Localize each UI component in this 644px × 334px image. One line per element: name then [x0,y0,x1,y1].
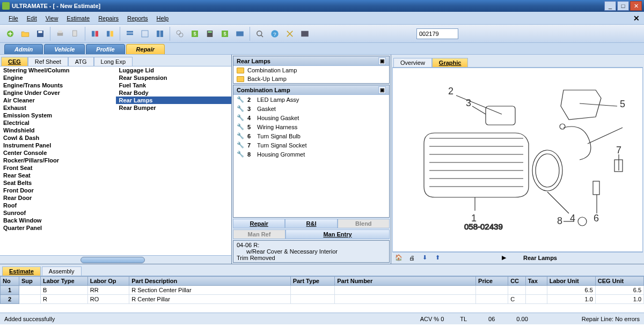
tree-item[interactable]: Cowl & Dash [0,134,116,142]
column-header[interactable]: Part Number [335,277,476,286]
grid2-button[interactable] [138,27,152,41]
tab-repair[interactable]: Repair [126,44,165,54]
mdi-close-button[interactable]: ✕ [633,14,640,23]
folder-item[interactable]: Back-Up Lamp [233,75,389,83]
rmc-button[interactable] [233,27,247,41]
save-button[interactable] [33,27,47,41]
tab-assembly[interactable]: Assembly [42,266,82,276]
menu-file[interactable]: File [4,14,23,23]
table-row[interactable]: 2RROR Center PillarC1.01.0 [1,295,644,304]
tree-item[interactable]: Luggage Lid [116,66,232,74]
part-item[interactable]: 🔧3Gasket [233,104,389,113]
manentry-op-button[interactable]: Man Entry [286,229,390,239]
tab-estimate[interactable]: Estimate [2,266,41,276]
part-item[interactable]: 🔧6Turn Signal Bulb [233,131,389,140]
tools-button[interactable] [283,27,297,41]
menu-estimate[interactable]: Estimate [62,14,94,23]
tool-a-button[interactable] [88,27,102,41]
part-item[interactable]: 🔧8Housing Grommet [233,150,389,159]
part-item[interactable]: 🔧7Turn Signal Socket [233,140,389,150]
calc-button[interactable] [203,27,217,41]
part-item[interactable]: 🔧4Housing Gasket [233,113,389,122]
blend-op-button[interactable]: Blend [338,219,390,228]
column-header[interactable]: Part Description [129,277,290,286]
ri-op-button[interactable]: R&I [285,219,337,228]
tree-item[interactable]: Air Cleaner [0,97,116,104]
tree-item[interactable]: Front Seat [0,164,116,172]
column-header[interactable]: Labor Op [87,277,129,286]
tree-item[interactable]: Rear Suspension [116,74,232,81]
tab-overview[interactable]: Overview [393,58,432,67]
subtab-longexp[interactable]: Long Exp [94,57,133,66]
scrollbar-thumb[interactable] [80,257,145,263]
column-header[interactable]: Sup [19,277,41,286]
tree-item[interactable]: Emission System [0,112,116,119]
tree-item[interactable]: Electrical [0,119,116,127]
collapse-icon[interactable]: ▣ [378,57,386,65]
tree-item[interactable]: Rear Bumper [116,104,232,112]
tree-item[interactable]: Front Door [0,187,116,194]
menu-help[interactable]: Help [152,14,173,23]
print-button[interactable] [53,27,67,41]
column-header[interactable]: Price [476,277,508,286]
menu-view[interactable]: View [41,14,63,23]
part-item[interactable]: 🔧2LED Lamp Assy [233,95,389,104]
tree-item[interactable]: Rear Seat [0,172,116,179]
arrow-up-icon[interactable]: ⬆ [433,254,442,262]
cppro-button[interactable] [298,27,312,41]
subtab-ceg[interactable]: CEG [1,57,28,66]
tree-item[interactable]: Center Console [0,149,116,157]
tree-item[interactable]: Engine Under Cover [0,89,116,97]
tree-item[interactable]: Rear Lamps [116,97,232,104]
horizontal-scrollbar[interactable] [0,255,231,264]
tree-item[interactable]: Rocker/Pillars/Floor [0,157,116,164]
repair-op-button[interactable]: Repair [233,219,285,228]
search-input[interactable] [416,28,458,39]
grid1-button[interactable] [123,27,137,41]
folder-item[interactable]: Combination Lamp [233,66,389,75]
parts-button[interactable] [173,27,187,41]
column-header[interactable]: CC [508,277,526,286]
menu-edit[interactable]: Edit [23,14,41,23]
money2-button[interactable]: $ [218,27,232,41]
arrow-down-icon[interactable]: ⬇ [420,254,429,262]
play-icon[interactable]: ▶ [500,254,508,262]
tree-item[interactable]: Rear Body [116,89,232,97]
tree-item[interactable]: Seat Belts [0,179,116,187]
tool-b-button[interactable] [103,27,117,41]
tree-item[interactable]: Quarter Panel [0,224,116,232]
table-row[interactable]: 1BRRR Section Center Pillar6.56.5 [1,286,644,295]
grid3-button[interactable] [153,27,167,41]
money1-button[interactable]: $ [188,27,202,41]
home-icon[interactable]: 🏠 [394,254,403,262]
tab-vehicle[interactable]: Vehicle [44,44,85,54]
column-header[interactable]: Labor Unit [547,277,595,286]
maximize-button[interactable]: □ [617,1,629,11]
part-item[interactable]: 🔧5Wiring Harness [233,122,389,131]
minimize-button[interactable]: _ [604,1,616,11]
tree-item[interactable]: Exhaust [0,104,116,112]
tree-item[interactable]: Instrument Panel [0,142,116,149]
subtab-atg[interactable]: ATG [68,57,94,66]
help-button[interactable]: ? [268,27,282,41]
tree-item[interactable]: Back Window [0,217,116,224]
tree-item[interactable]: Sunroof [0,209,116,217]
tree-item[interactable]: Roof [0,202,116,209]
print-icon[interactable]: 🖨 [407,254,416,262]
subtab-refsheet[interactable]: Ref Sheet [28,57,68,66]
new-button[interactable] [3,27,17,41]
column-header[interactable]: CEG Unit [595,277,643,286]
tree-item[interactable]: Steering Wheel/Column [0,66,116,74]
menu-reports[interactable]: Reports [123,14,152,23]
tab-graphic[interactable]: Graphic [432,58,469,67]
tree-item[interactable]: Engine [0,74,116,81]
menu-repairs[interactable]: Repairs [94,14,123,23]
open-button[interactable] [18,27,32,41]
tree-item[interactable]: Rear Door [0,194,116,202]
column-header[interactable]: Part Type [290,277,335,286]
tree-item[interactable]: Fuel Tank [116,81,232,89]
tree-item[interactable]: Engine/Trans Mounts [0,81,116,89]
close-button[interactable]: ✕ [630,1,642,11]
tree-item[interactable]: Windshield [0,127,116,134]
copy-button[interactable] [68,27,82,41]
